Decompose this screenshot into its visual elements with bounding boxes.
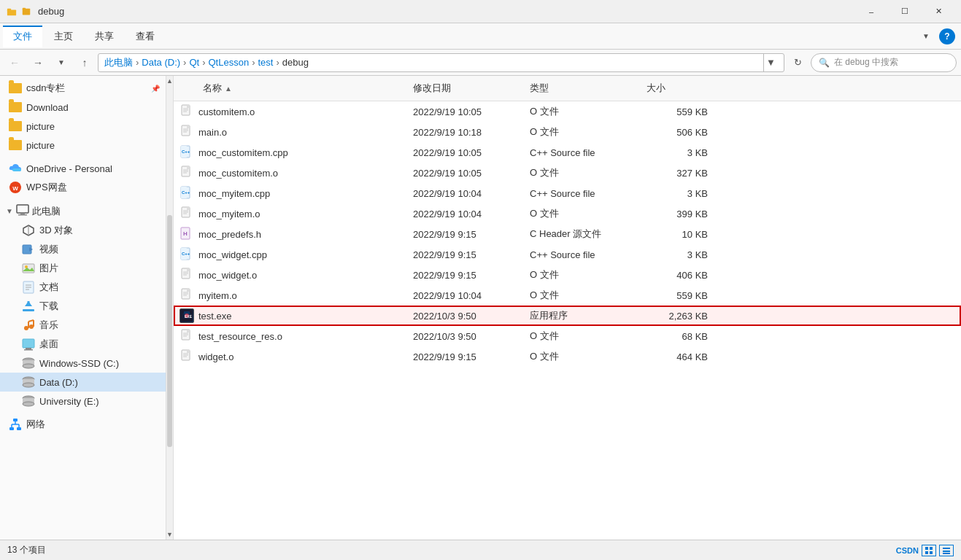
col-header-type[interactable]: 类型 xyxy=(524,79,641,98)
file-row[interactable]: widget.o 2022/9/19 9:15 O 文件 464 KB xyxy=(174,346,961,367)
file-type: C++ Source file xyxy=(524,249,641,260)
sidebar-label-data-d: Data (D:) xyxy=(39,377,78,388)
file-row[interactable]: moc_widget.o 2022/9/19 9:15 O 文件 406 KB xyxy=(174,265,961,285)
sidebar-item-onedrive[interactable]: OneDrive - Personal xyxy=(0,159,166,178)
file-row[interactable]: moc_myitem.o 2022/9/19 10:04 O 文件 399 KB xyxy=(174,203,961,224)
drive-e-icon xyxy=(22,394,35,408)
file-row[interactable]: H moc_predefs.h 2022/9/19 9:15 C Header … xyxy=(174,224,961,244)
sidebar: csdn专栏 📌 Download picture picture xyxy=(0,76,166,540)
breadcrumb-qt[interactable]: Qt xyxy=(189,57,199,68)
recent-button[interactable]: ▼ xyxy=(51,52,72,73)
sidebar-label-picture2: picture xyxy=(26,140,55,151)
file-type-icon xyxy=(180,104,194,119)
address-bar[interactable]: 此电脑 › Data (D:) › Qt › QtLesson › test ›… xyxy=(98,53,784,72)
sidebar-item-windows-ssd[interactable]: Windows-SSD (C:) xyxy=(0,354,166,373)
video-icon xyxy=(22,243,35,256)
file-name: widget.o xyxy=(198,351,234,362)
sidebar-label-computer: 此电脑 xyxy=(32,205,61,218)
title-bar-icons xyxy=(6,6,32,18)
file-type-icon xyxy=(180,329,194,343)
sidebar-item-university[interactable]: University (E:) xyxy=(0,392,166,411)
file-row[interactable]: main.o 2022/9/19 10:18 O 文件 506 KB xyxy=(174,122,961,142)
tab-file[interactable]: 文件 xyxy=(3,26,42,47)
col-header-date[interactable]: 修改日期 xyxy=(407,79,524,98)
svg-rect-109 xyxy=(943,551,950,552)
maximize-button[interactable]: ☐ xyxy=(888,0,922,23)
file-name-cell: test_resource_res.o xyxy=(174,329,407,343)
tab-view[interactable]: 查看 xyxy=(126,26,165,47)
col-header-name[interactable]: 名称 ▲ xyxy=(174,79,407,98)
ribbon: 文件 主页 共享 查看 ▼ ? xyxy=(0,23,961,50)
sidebar-item-csdn[interactable]: csdn专栏 📌 xyxy=(0,79,166,98)
help-button[interactable]: ? xyxy=(939,28,955,44)
tab-share[interactable]: 共享 xyxy=(85,26,124,47)
forward-button[interactable]: → xyxy=(28,52,48,73)
folder-icon-download xyxy=(9,101,22,114)
sidebar-item-data-d[interactable]: Data (D:) xyxy=(0,373,166,392)
sidebar-item-video[interactable]: 视频 xyxy=(0,240,166,259)
file-row[interactable]: EXE test.exe 2022/10/3 9:50 应用程序 2,263 K… xyxy=(174,306,961,326)
sidebar-item-wps[interactable]: W WPS网盘 xyxy=(0,178,166,197)
sidebar-item-doc[interactable]: 文档 xyxy=(0,278,166,297)
svg-rect-49 xyxy=(187,105,190,108)
sidebar-item-download[interactable]: Download xyxy=(0,98,166,117)
file-name: customitem.o xyxy=(198,106,255,117)
file-row[interactable]: myitem.o 2022/9/19 10:04 O 文件 559 KB xyxy=(174,285,961,306)
file-row[interactable]: test_resource_res.o 2022/10/3 9:50 O 文件 … xyxy=(174,326,961,346)
svg-rect-30 xyxy=(26,348,31,349)
file-type: 应用程序 xyxy=(524,309,641,322)
sidebar-item-computer[interactable]: ▼ 此电脑 xyxy=(0,201,166,221)
file-type-icon xyxy=(180,349,194,364)
tab-home[interactable]: 主页 xyxy=(44,26,83,47)
sidebar-label-university: University (E:) xyxy=(39,396,99,407)
main-layout: csdn专栏 📌 Download picture picture xyxy=(0,76,961,540)
file-row[interactable]: C++ moc_customitem.cpp 2022/9/19 10:05 C… xyxy=(174,142,961,163)
refresh-button[interactable]: ↻ xyxy=(787,52,808,73)
scrollbar-up[interactable]: ▲ xyxy=(166,77,173,85)
back-button[interactable]: ← xyxy=(4,52,25,73)
sidebar-item-picture2[interactable]: picture xyxy=(0,136,166,155)
folder-icon-picture2 xyxy=(9,139,22,152)
sidebar-item-desktop[interactable]: 桌面 xyxy=(0,335,166,354)
file-row[interactable]: customitem.o 2022/9/19 10:05 O 文件 559 KB xyxy=(174,101,961,122)
ribbon-dropdown[interactable]: ▼ xyxy=(916,26,936,47)
file-name-cell: moc_myitem.o xyxy=(174,206,407,221)
file-size: 559 KB xyxy=(641,290,714,301)
minimize-button[interactable]: – xyxy=(854,0,888,23)
sidebar-scrollbar[interactable]: ▲ ▼ xyxy=(166,76,174,540)
breadcrumb-test[interactable]: test xyxy=(258,57,274,68)
chevron-icon: ▼ xyxy=(6,207,13,215)
desktop-icon xyxy=(22,338,35,351)
wps-icon: W xyxy=(9,181,22,194)
file-date: 2022/9/19 9:15 xyxy=(407,249,524,260)
sidebar-item-3d[interactable]: 3D 对象 xyxy=(0,221,166,240)
view-grid-icon[interactable] xyxy=(922,545,936,556)
app-icon xyxy=(6,6,18,18)
breadcrumb-data-d[interactable]: Data (D:) xyxy=(142,57,180,68)
svg-point-34 xyxy=(23,364,34,368)
view-list-icon[interactable] xyxy=(939,545,954,556)
close-button[interactable]: ✕ xyxy=(922,0,955,23)
sidebar-label-network: 网络 xyxy=(26,418,45,431)
sidebar-item-network[interactable]: 网络 xyxy=(0,415,166,434)
file-row[interactable]: moc_customitem.o 2022/9/19 10:05 O 文件 32… xyxy=(174,163,961,183)
file-row[interactable]: C++ moc_widget.cpp 2022/9/19 9:15 C++ So… xyxy=(174,244,961,265)
doc-icon xyxy=(22,281,35,294)
col-header-size[interactable]: 大小 xyxy=(641,79,714,98)
breadcrumb-qtlesson[interactable]: QtLesson xyxy=(209,57,250,68)
scrollbar-down[interactable]: ▼ xyxy=(166,531,173,538)
search-box[interactable]: 🔍 在 debug 中搜索 xyxy=(811,53,957,72)
status-bar: 13 个项目 CSDN xyxy=(0,540,961,560)
file-row[interactable]: C++ moc_myitem.cpp 2022/9/19 10:04 C++ S… xyxy=(174,183,961,203)
sidebar-item-music[interactable]: 音乐 xyxy=(0,316,166,335)
up-button[interactable]: ↑ xyxy=(74,52,95,73)
file-size: 2,263 KB xyxy=(641,311,714,322)
file-type-icon: C++ xyxy=(180,186,194,201)
address-dropdown[interactable]: ▼ xyxy=(763,53,778,72)
file-name-cell: widget.o xyxy=(174,349,407,364)
breadcrumb-this-pc[interactable]: 此电脑 xyxy=(104,56,133,69)
sidebar-item-picture1[interactable]: picture xyxy=(0,117,166,136)
file-type-icon: C++ xyxy=(180,145,194,160)
sidebar-item-picture[interactable]: 图片 xyxy=(0,259,166,278)
sidebar-item-downloads[interactable]: 下载 xyxy=(0,297,166,316)
